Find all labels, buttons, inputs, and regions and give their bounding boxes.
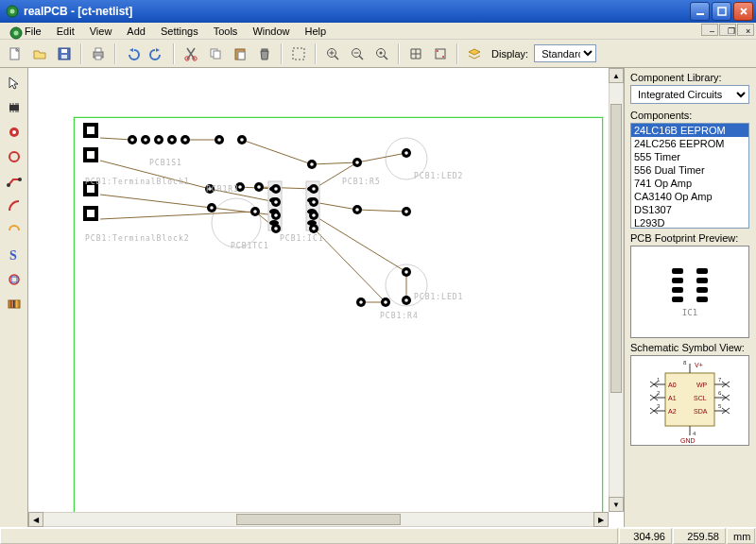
- display-select[interactable]: Standard: [534, 44, 596, 62]
- library-select[interactable]: Integrated Circuits: [630, 85, 749, 104]
- svg-text:A1: A1: [668, 395, 677, 401]
- track-tool[interactable]: [3, 170, 26, 193]
- redo-button[interactable]: [146, 42, 168, 65]
- scroll-right-button[interactable]: ▶: [593, 512, 609, 527]
- cut-button[interactable]: [180, 42, 202, 65]
- copy-button[interactable]: [204, 42, 227, 65]
- footprint-preview: IC1: [630, 246, 749, 338]
- menu-view[interactable]: View: [82, 24, 120, 39]
- component-label: PCB1:LED1: [414, 293, 463, 301]
- svg-rect-8: [61, 49, 67, 53]
- print-button[interactable]: [87, 42, 110, 65]
- mdi-restore-button[interactable]: ❐: [719, 24, 736, 36]
- mdi-minimize-button[interactable]: –: [701, 24, 718, 36]
- menu-window[interactable]: Window: [245, 24, 297, 39]
- tool-dock: S: [0, 68, 28, 527]
- menu-tools[interactable]: Tools: [206, 24, 246, 39]
- resistor-tool[interactable]: [3, 293, 26, 315]
- component-item[interactable]: 24LC256 EEPROM: [631, 137, 748, 150]
- window-title: realPCB - [ct-netlist]: [24, 5, 688, 18]
- add-component-tool[interactable]: [3, 96, 26, 119]
- components-list[interactable]: 24LC16B EEPROM24LC256 EEPROM555 Timer556…: [630, 123, 749, 229]
- svg-text:6: 6: [718, 390, 722, 396]
- zoom-out-button[interactable]: [346, 42, 369, 65]
- svg-rect-40: [16, 300, 18, 308]
- svg-rect-36: [11, 277, 17, 282]
- select-area-button[interactable]: [287, 42, 310, 65]
- zoom-fit-button[interactable]: [370, 42, 393, 65]
- library-header: Component Library:: [630, 72, 752, 83]
- new-button[interactable]: [4, 42, 26, 65]
- svg-point-32: [7, 183, 10, 187]
- mdi-close-button[interactable]: ×: [737, 24, 754, 36]
- svg-rect-3: [718, 8, 726, 15]
- shape-tool[interactable]: [3, 268, 26, 291]
- component-label: PCB1:TerminalBlock2: [85, 234, 190, 243]
- schematic-symbol-view: V+8 A01 A12 A23 WP7 SCL6 SDA5 GND4: [630, 355, 749, 446]
- preview-label: IC1: [682, 308, 697, 317]
- component-label: PCB1:R4: [380, 312, 419, 320]
- minimize-button[interactable]: [690, 2, 710, 21]
- svg-text:5: 5: [718, 403, 722, 409]
- canvas[interactable]: PCB1:TerminalBlock1PCB1:TerminalBlock2PC…: [28, 68, 624, 527]
- component-item[interactable]: 556 Dual Timer: [631, 163, 748, 177]
- component-item[interactable]: 741 Op Amp: [631, 177, 748, 190]
- symbol-header: Schematic Symbol View:: [630, 342, 752, 353]
- status-unit: mm: [727, 528, 755, 544]
- svg-text:SDA: SDA: [694, 408, 708, 415]
- paste-button[interactable]: [229, 42, 251, 65]
- display-label: Display:: [491, 48, 528, 60]
- component-label: PCB1:TerminalBlock1: [85, 178, 190, 186]
- menu-add[interactable]: Add: [119, 24, 153, 39]
- component-label: PCB1TC1: [231, 242, 269, 250]
- svg-point-5: [14, 31, 19, 36]
- svg-rect-11: [95, 48, 101, 52]
- svg-text:WP: WP: [696, 382, 708, 388]
- svg-text:8: 8: [683, 360, 687, 366]
- components-header: Components:: [630, 110, 752, 121]
- scroll-down-button[interactable]: ▼: [609, 497, 624, 512]
- zoom-in-button[interactable]: [321, 42, 344, 65]
- layers-button[interactable]: [463, 42, 486, 65]
- menu-bar: File Edit View Add Settings Tools Window…: [0, 23, 756, 40]
- menu-help[interactable]: Help: [298, 24, 335, 39]
- vertical-scrollbar[interactable]: ▲ ▼: [609, 68, 624, 512]
- menu-settings[interactable]: Settings: [153, 24, 206, 39]
- svg-point-1: [10, 9, 15, 14]
- save-button[interactable]: [53, 42, 76, 65]
- pad-tool[interactable]: [3, 121, 26, 144]
- component-item[interactable]: 24LC16B EEPROM: [631, 124, 748, 137]
- component-label: PCB1R3: [206, 185, 239, 194]
- text-tool[interactable]: S: [3, 244, 26, 266]
- svg-point-33: [18, 178, 22, 181]
- status-bar: 304.96 259.58 mm: [0, 527, 756, 544]
- component-item[interactable]: L293D: [631, 216, 748, 229]
- delete-button[interactable]: [253, 42, 276, 65]
- component-label: PCB1S1: [149, 159, 182, 167]
- component-item[interactable]: CA3140 Op Amp: [631, 190, 748, 203]
- component-item[interactable]: 555 Timer: [631, 150, 748, 163]
- svg-point-24: [380, 51, 383, 54]
- via-tool[interactable]: [3, 145, 26, 168]
- arc-tool[interactable]: [3, 195, 26, 217]
- undo-button[interactable]: [121, 42, 144, 65]
- maximize-button[interactable]: [712, 2, 731, 21]
- svg-point-30: [12, 130, 16, 134]
- arc2-tool[interactable]: [3, 219, 26, 242]
- svg-text:4: 4: [693, 431, 696, 436]
- svg-point-26: [437, 50, 438, 52]
- scroll-left-button[interactable]: ◀: [28, 512, 43, 527]
- close-button[interactable]: [733, 2, 753, 21]
- grid-button[interactable]: [404, 42, 427, 65]
- horizontal-scrollbar[interactable]: ◀ ▶: [28, 512, 609, 527]
- select-tool[interactable]: [3, 72, 26, 94]
- status-x: 304.96: [619, 528, 672, 544]
- svg-text:A0: A0: [668, 382, 677, 388]
- component-label: PCB1:LED2: [414, 172, 463, 180]
- app-icon: [5, 4, 20, 19]
- component-item[interactable]: DS1307: [631, 203, 748, 216]
- scroll-up-button[interactable]: ▲: [609, 68, 624, 83]
- snap-button[interactable]: [429, 42, 452, 65]
- menu-edit[interactable]: Edit: [49, 24, 82, 39]
- open-button[interactable]: [28, 42, 51, 65]
